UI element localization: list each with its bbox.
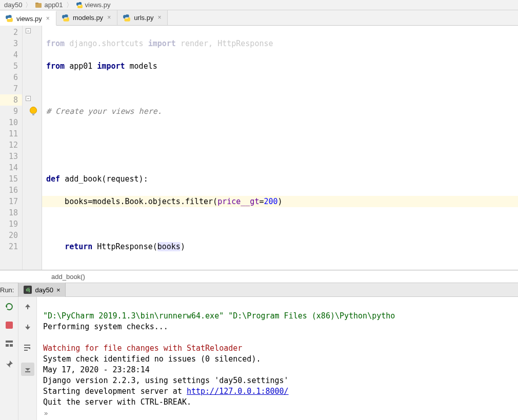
code-content[interactable]: from django.shortcuts import render, Htt… [42, 26, 518, 270]
run-toolwindow-header: Run: dj day50 × [0, 283, 518, 297]
editor-tabbar: views.py × models.py × urls.py × [0, 10, 518, 26]
console-line: Quit the server with CTRL-BREAK. [43, 397, 191, 407]
breadcrumb-item[interactable]: app01 [33, 1, 65, 9]
chevron-right-icon: 〉 [65, 1, 74, 10]
svg-rect-5 [27, 307, 28, 309]
run-toolbar-primary [0, 297, 18, 420]
svg-rect-4 [10, 344, 13, 347]
server-url-link[interactable]: http://127.0.0.1:8000/ [187, 387, 289, 396]
tab-models[interactable]: models.py × [56, 10, 117, 25]
breadcrumb-item[interactable]: day50 [2, 1, 24, 9]
svg-rect-3 [6, 344, 9, 347]
up-button[interactable] [22, 301, 33, 312]
run-config-tab[interactable]: dj day50 × [18, 283, 66, 297]
gutter-marks [23, 26, 42, 270]
tab-urls[interactable]: urls.py × [117, 10, 168, 25]
scroll-to-end-button[interactable] [21, 363, 34, 376]
console-line: Watching for file changes with StatReloa… [43, 344, 242, 353]
console-line: Performing system checks... [43, 322, 168, 331]
editor-breadcrumb-footer: add_book() [0, 270, 518, 283]
svg-rect-2 [6, 341, 13, 343]
rerun-button[interactable] [4, 301, 15, 312]
python-file-icon [5, 14, 13, 23]
console-line: Django version 2.2.3, using settings 'da… [43, 376, 289, 385]
breadcrumb-label: app01 [44, 1, 63, 9]
tab-label: views.py [16, 15, 42, 23]
line-number-gutter: 23456789101112131415161718192021 [0, 26, 23, 270]
current-function-label: add_book() [51, 273, 85, 281]
layout-button[interactable] [4, 338, 15, 349]
run-toolbar-secondary: » [18, 297, 37, 420]
close-icon[interactable]: × [45, 16, 51, 22]
run-toolwindow-title: Run: [0, 286, 18, 294]
close-icon[interactable]: × [156, 15, 162, 21]
console-line: Starting development server at http://12… [43, 387, 289, 396]
fold-toggle-icon[interactable] [26, 96, 31, 101]
run-toolwindow: » "D:\PyCharm 2019.1.3\bin\runnerw64.exe… [0, 297, 518, 420]
console-line: System check identified no issues (0 sil… [43, 354, 261, 364]
run-console[interactable]: "D:\PyCharm 2019.1.3\bin\runnerw64.exe" … [37, 297, 518, 420]
tab-label: models.py [73, 14, 103, 22]
down-button[interactable] [22, 322, 33, 333]
tab-views[interactable]: views.py × [0, 11, 56, 26]
close-icon[interactable]: × [106, 15, 112, 21]
python-file-icon [62, 14, 70, 22]
run-config-label: day50 [35, 286, 53, 294]
breadcrumb-label: day50 [4, 1, 22, 9]
fold-toggle-icon[interactable] [26, 28, 31, 33]
svg-rect-1 [35, 3, 38, 4]
python-file-icon [123, 14, 131, 22]
pin-button[interactable] [4, 358, 15, 370]
django-icon: dj [24, 286, 32, 294]
svg-rect-7 [25, 371, 30, 372]
breadcrumb-item[interactable]: views.py [74, 1, 113, 9]
svg-rect-6 [27, 325, 28, 327]
breadcrumb: day50 〉 app01 〉 views.py [0, 0, 518, 10]
breadcrumb-label: views.py [85, 1, 111, 9]
more-icon[interactable]: » [44, 409, 47, 417]
chevron-right-icon: 〉 [24, 1, 33, 10]
python-file-icon [76, 2, 83, 9]
soft-wrap-button[interactable] [22, 342, 33, 353]
folder-icon [35, 2, 42, 9]
console-line: May 17, 2020 - 23:28:14 [43, 365, 150, 374]
tab-label: urls.py [134, 14, 153, 22]
intention-bulb-icon[interactable] [30, 107, 37, 114]
stop-button[interactable] [6, 322, 13, 329]
console-line: "D:\PyCharm 2019.1.3\bin\runnerw64.exe" … [43, 311, 395, 321]
close-icon[interactable]: × [56, 286, 61, 294]
code-editor[interactable]: 23456789101112131415161718192021 from dj… [0, 26, 518, 270]
